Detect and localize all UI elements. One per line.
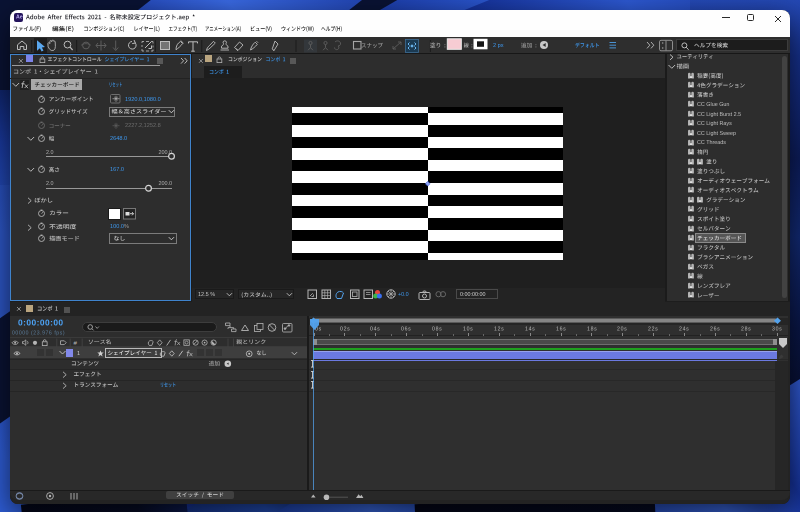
svg-text:#: # [74,339,78,346]
